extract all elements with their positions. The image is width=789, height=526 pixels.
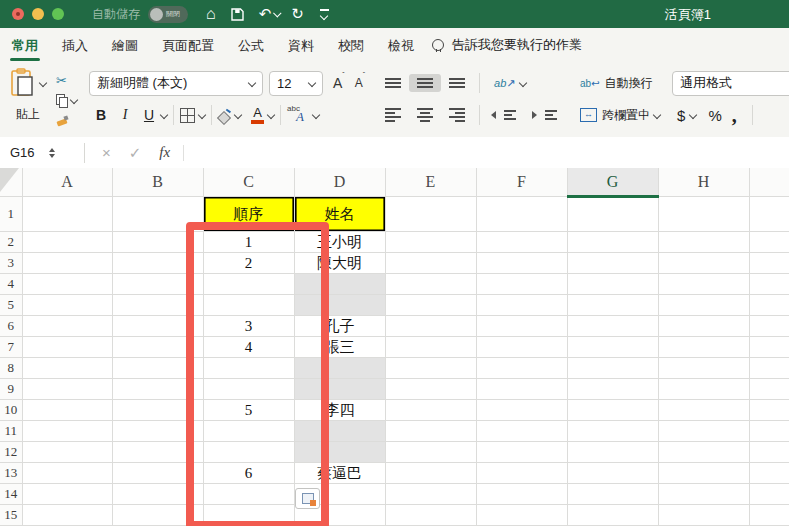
col-header-f[interactable]: F (476, 168, 567, 197)
row-header[interactable]: 14 (0, 484, 22, 505)
cell[interactable] (22, 197, 112, 232)
cell[interactable] (567, 484, 658, 505)
row-header[interactable]: 15 (0, 505, 22, 526)
cell[interactable] (749, 253, 789, 274)
cell[interactable] (476, 295, 567, 316)
cell[interactable] (112, 197, 203, 232)
cell[interactable] (749, 295, 789, 316)
borders-dropdown-icon[interactable] (198, 111, 206, 119)
cell[interactable] (22, 400, 112, 421)
cell-c1[interactable]: 順序 (203, 197, 294, 232)
row-header[interactable]: 9 (0, 379, 22, 400)
save-icon[interactable] (230, 7, 245, 22)
cell[interactable] (658, 505, 749, 526)
cell[interactable] (112, 232, 203, 253)
formula-input[interactable] (184, 137, 789, 168)
cell[interactable] (749, 442, 789, 463)
cell[interactable] (385, 484, 476, 505)
cell[interactable] (658, 295, 749, 316)
cell-d5-empty-gray[interactable] (294, 295, 385, 316)
font-color-button[interactable]: A (251, 106, 264, 124)
cell[interactable] (385, 421, 476, 442)
cell[interactable] (749, 337, 789, 358)
cell-d11-empty-gray[interactable] (294, 421, 385, 442)
cell[interactable] (658, 197, 749, 232)
cell[interactable] (567, 274, 658, 295)
cell[interactable] (658, 421, 749, 442)
cell[interactable] (203, 484, 294, 505)
phonetic-dropdown-icon[interactable] (312, 111, 320, 119)
cell[interactable] (476, 484, 567, 505)
cell-c3[interactable]: 2 (203, 253, 294, 274)
close-window-button[interactable] (12, 8, 24, 20)
col-header-h[interactable]: H (658, 168, 749, 197)
row-header[interactable]: 12 (0, 442, 22, 463)
cell-d13[interactable]: 蔡逼巴 (294, 463, 385, 484)
align-right-button[interactable] (441, 104, 473, 126)
cell-d10[interactable]: 李四 (294, 400, 385, 421)
cut-button[interactable]: ✂ (56, 70, 77, 90)
name-box[interactable]: G16 (0, 137, 76, 168)
toolbar-more-icon[interactable] (320, 9, 329, 19)
cell[interactable] (112, 379, 203, 400)
cell[interactable] (476, 505, 567, 526)
cell[interactable] (658, 232, 749, 253)
row-header[interactable]: 3 (0, 253, 22, 274)
cell[interactable] (385, 197, 476, 232)
cell[interactable] (749, 197, 789, 232)
cell[interactable] (385, 505, 476, 526)
tab-insert[interactable]: 插入 (62, 30, 88, 61)
percent-style-button[interactable]: % (708, 107, 721, 124)
increase-indent-button[interactable] (532, 110, 563, 120)
cell[interactable] (749, 400, 789, 421)
paste-button[interactable]: 貼上 (10, 68, 46, 137)
row-header[interactable]: 13 (0, 463, 22, 484)
cell-c10[interactable]: 5 (203, 400, 294, 421)
insert-function-icon[interactable]: fx (159, 144, 170, 161)
cell[interactable] (112, 337, 203, 358)
comma-style-button[interactable]: , (732, 110, 737, 120)
cell[interactable] (749, 463, 789, 484)
autosave-toggle[interactable]: 關閉 (148, 6, 188, 23)
row-header[interactable]: 6 (0, 316, 22, 337)
cell[interactable] (22, 379, 112, 400)
cell[interactable] (203, 442, 294, 463)
cell[interactable] (112, 421, 203, 442)
cell[interactable] (658, 463, 749, 484)
tab-page-layout[interactable]: 頁面配置 (162, 30, 214, 61)
cell[interactable] (22, 505, 112, 526)
cell[interactable] (476, 197, 567, 232)
select-all-corner[interactable] (0, 168, 22, 197)
cell[interactable] (385, 274, 476, 295)
cell[interactable] (567, 379, 658, 400)
paste-dropdown-icon[interactable] (39, 79, 47, 87)
cell-d1[interactable]: 姓名 (294, 197, 385, 232)
cell[interactable] (749, 316, 789, 337)
col-header-g-selected[interactable]: G (567, 168, 658, 197)
cell[interactable] (22, 463, 112, 484)
col-header-d[interactable]: D (294, 168, 385, 197)
cell[interactable] (476, 274, 567, 295)
cell[interactable] (22, 442, 112, 463)
cell[interactable] (476, 316, 567, 337)
currency-dropdown-icon[interactable] (689, 111, 697, 119)
copy-button[interactable] (56, 90, 77, 110)
cell[interactable] (112, 463, 203, 484)
col-header-partial[interactable] (749, 168, 789, 197)
cell[interactable] (112, 505, 203, 526)
number-format-dropdown[interactable]: 通用格式 (672, 71, 789, 96)
cell[interactable] (22, 295, 112, 316)
cell[interactable] (385, 442, 476, 463)
cell[interactable] (567, 253, 658, 274)
cell[interactable] (567, 197, 658, 232)
align-center-button[interactable] (409, 104, 441, 126)
cell[interactable] (22, 253, 112, 274)
borders-icon[interactable] (180, 108, 195, 123)
cell[interactable] (567, 316, 658, 337)
cell[interactable] (385, 379, 476, 400)
cell[interactable] (567, 337, 658, 358)
increase-font-button[interactable]: Aˆ (333, 75, 345, 91)
cell[interactable] (22, 316, 112, 337)
cell-d3[interactable]: 陳大明 (294, 253, 385, 274)
col-header-e[interactable]: E (385, 168, 476, 197)
